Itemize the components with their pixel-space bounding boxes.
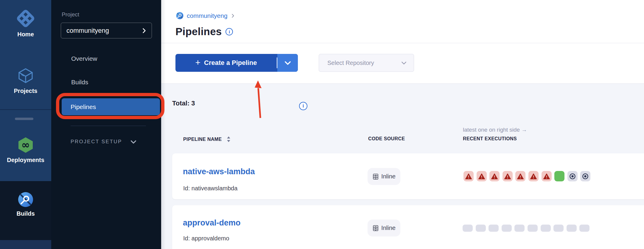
- sidebar-item-builds[interactable]: Builds: [0, 192, 51, 217]
- sidebar-item-label: Builds: [0, 210, 51, 217]
- chevron-right-icon: [231, 14, 235, 18]
- code-source-badge: Inline: [368, 220, 400, 236]
- project-setup-label: PROJECT SETUP: [71, 139, 122, 145]
- execution-failed-tile[interactable]: [503, 171, 513, 181]
- execution-empty-tile: [502, 225, 512, 232]
- sidebar-item-label: Home: [0, 31, 51, 38]
- total-count: Total: 3: [172, 99, 195, 107]
- column-header-pipeline-name[interactable]: PIPELINE NAME: [183, 136, 231, 142]
- code-source-label: Inline: [381, 225, 396, 231]
- code-source-badge: Inline: [368, 168, 400, 185]
- pipeline-name-link[interactable]: approval-demo: [183, 218, 241, 228]
- select-repository-value: Select Repository: [327, 60, 401, 66]
- recent-executions-row: [463, 171, 590, 181]
- nav-item-overview[interactable]: Overview: [71, 55, 97, 62]
- execution-success-tile[interactable]: [554, 171, 564, 181]
- execution-failed-tile[interactable]: [477, 171, 487, 181]
- sidebar-item-projects[interactable]: Projects: [0, 67, 51, 94]
- execution-empty-tile: [489, 225, 499, 232]
- create-pipeline-button-main[interactable]: + Create a Pipeline: [175, 54, 277, 72]
- execution-empty-tile: [514, 225, 525, 232]
- svg-text:∞: ∞: [21, 139, 30, 151]
- chevron-down-icon: [284, 60, 291, 66]
- sidebar-item-home[interactable]: Home: [0, 9, 51, 38]
- active-module-section: Builds: [0, 181, 51, 240]
- execution-failed-tile[interactable]: [489, 171, 500, 181]
- toolbar: + Create a Pipeline i Select Repository: [161, 43, 644, 84]
- nav-item-pipelines-active[interactable]: Pipelines: [62, 98, 160, 115]
- pipeline-id: Id: nativeawslambda: [183, 185, 237, 192]
- execution-empty-tile: [528, 225, 538, 232]
- page-title: Pipelines: [175, 26, 222, 38]
- project-setup-toggle[interactable]: PROJECT SETUP: [71, 139, 136, 145]
- breadcrumb-project-link[interactable]: communityeng: [187, 12, 228, 19]
- project-section-label: Project: [62, 11, 79, 18]
- home-icon: [0, 9, 51, 28]
- table-row[interactable]: approval-demo Id: approvaldemo Inline: [172, 205, 644, 249]
- page-header: communityeng Pipelines i: [161, 0, 644, 43]
- info-icon[interactable]: i: [299, 102, 307, 110]
- execution-failed-tile[interactable]: [542, 171, 552, 181]
- select-repository-dropdown[interactable]: Select Repository: [319, 54, 414, 72]
- execution-failed-tile[interactable]: [528, 171, 539, 181]
- main-content: communityeng Pipelines i + Create a Pipe…: [161, 0, 644, 249]
- execution-empty-tile: [541, 225, 551, 232]
- info-icon[interactable]: i: [225, 28, 233, 35]
- title-row: Pipelines i: [175, 26, 233, 38]
- sidebar-item-label: Projects: [0, 88, 51, 94]
- sidebar-item-label: Deployments: [0, 157, 51, 164]
- inline-store-drawers-icon: [372, 173, 379, 180]
- executions-hint: latest one on right side →: [463, 127, 527, 133]
- column-header-code-source: CODE SOURCE: [368, 136, 405, 141]
- project-sidebar: Project communityeng Overview Builds Pip…: [51, 0, 161, 249]
- execution-empty-tile: [463, 225, 473, 232]
- execution-empty-tile: [567, 225, 577, 232]
- execution-empty-tile: [579, 225, 589, 232]
- builds-ci-icon: [0, 192, 51, 207]
- project-selector[interactable]: communityeng: [61, 23, 152, 38]
- chevron-down-icon: [401, 60, 407, 66]
- execution-empty-tile: [476, 225, 486, 232]
- chevron-right-icon: [141, 28, 147, 33]
- column-header-recent-executions: RECENT EXECUTIONS: [463, 136, 517, 141]
- plus-icon: +: [195, 58, 201, 67]
- chevron-down-icon: [130, 139, 136, 145]
- nav-item-builds[interactable]: Builds: [71, 79, 88, 86]
- recent-executions-row: [463, 225, 589, 232]
- execution-aborted-tile[interactable]: [567, 171, 578, 181]
- next-module-strip: [0, 240, 51, 249]
- pipeline-id: Id: approvaldemo: [183, 235, 229, 242]
- sidebar-section-divider: [71, 126, 146, 126]
- sidebar-item-deployments[interactable]: ∞ Deployments: [0, 136, 51, 164]
- breadcrumb: communityeng: [176, 12, 235, 19]
- project-selector-value: communityeng: [66, 27, 141, 35]
- code-source-label: Inline: [381, 173, 396, 180]
- module-sidebar: Home Projects ∞ Deployment: [0, 0, 51, 249]
- collapsed-modules-indicator[interactable]: [15, 118, 33, 120]
- column-label: PIPELINE NAME: [183, 137, 222, 142]
- execution-empty-tile: [553, 225, 564, 232]
- execution-failed-tile[interactable]: [515, 171, 525, 181]
- sidebar-divider: [0, 109, 51, 110]
- table-row[interactable]: native-aws-lambda Id: nativeawslambda In…: [172, 153, 644, 199]
- deployments-infinity-icon: ∞: [0, 136, 51, 154]
- execution-aborted-tile[interactable]: [580, 171, 590, 181]
- app-root: Home Projects ∞ Deployment: [0, 0, 644, 249]
- create-pipeline-label: Create a Pipeline: [204, 59, 257, 67]
- projects-cube-icon: [0, 67, 51, 85]
- nav-item-label: Pipelines: [71, 103, 96, 111]
- create-pipeline-dropdown-toggle[interactable]: [277, 54, 298, 72]
- builds-ci-icon: [176, 12, 183, 19]
- inline-store-drawers-icon: [372, 225, 379, 231]
- create-pipeline-button[interactable]: + Create a Pipeline: [175, 54, 298, 72]
- execution-failed-tile[interactable]: [463, 171, 474, 181]
- sort-icon: [227, 136, 231, 142]
- pipeline-name-link[interactable]: native-aws-lambda: [183, 167, 255, 176]
